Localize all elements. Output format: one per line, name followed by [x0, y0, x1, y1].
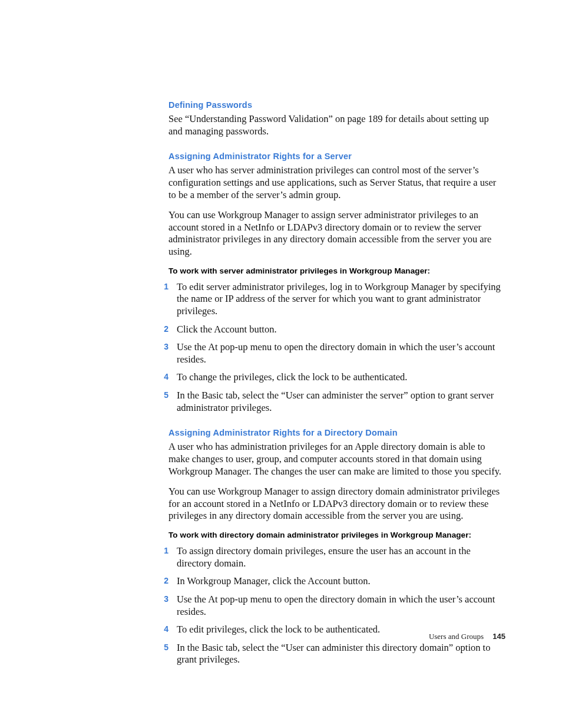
body-paragraph: See “Understanding Password Validation” … — [168, 113, 504, 137]
footer-page-number: 145 — [492, 632, 505, 641]
step-number: 5 — [148, 390, 177, 400]
step-number: 3 — [148, 594, 177, 604]
step-text: Click the Account button. — [177, 324, 277, 336]
section-heading: Assigning Administrator Rights for a Ser… — [168, 151, 504, 161]
step-item: 5 In the Basic tab, select the “User can… — [168, 642, 504, 666]
body-paragraph: A user who has server administration pri… — [168, 164, 504, 201]
procedure-heading: To work with directory domain administra… — [168, 531, 504, 539]
step-number: 3 — [148, 341, 177, 352]
body-paragraph: A user who has administration privileges… — [168, 441, 504, 477]
step-number: 4 — [148, 371, 177, 382]
step-text: In Workgroup Manager, click the Account … — [177, 575, 371, 588]
procedure-heading: To work with server administrator privil… — [168, 266, 504, 275]
step-number: 5 — [148, 642, 177, 653]
step-item: 3 Use the At pop-up menu to open the dir… — [168, 341, 504, 365]
step-item: 1 To assign directory domain privileges,… — [168, 545, 504, 569]
step-number: 2 — [148, 324, 177, 334]
step-text: To assign directory domain privileges, e… — [177, 545, 504, 569]
step-item: 4 To change the privileges, click the lo… — [168, 371, 504, 384]
section-heading: Assigning Administrator Rights for a Dir… — [168, 428, 504, 437]
step-number: 4 — [148, 624, 177, 634]
step-text: In the Basic tab, select the “User can a… — [177, 390, 504, 414]
body-paragraph: You can use Workgroup Manager to assign … — [168, 486, 504, 522]
step-text: In the Basic tab, select the “User can a… — [177, 642, 504, 666]
section-heading: Defining Passwords — [168, 100, 504, 110]
step-item: 3 Use the At pop-up menu to open the dir… — [168, 594, 504, 618]
step-number: 2 — [148, 575, 177, 586]
step-item: 5 In the Basic tab, select the “User can… — [168, 390, 504, 414]
step-text: Use the At pop-up menu to open the direc… — [177, 341, 504, 365]
step-number: 1 — [148, 545, 177, 556]
section-defining-passwords: Defining Passwords See “Understanding Pa… — [168, 100, 504, 137]
section-admin-rights-directory: Assigning Administrator Rights for a Dir… — [168, 428, 504, 666]
footer-chapter: Users and Groups — [429, 632, 484, 641]
step-text: To edit privileges, click the lock to be… — [177, 624, 380, 636]
page-footer: Users and Groups 145 — [429, 632, 505, 641]
step-text: To change the privileges, click the lock… — [177, 371, 408, 384]
step-item: 2 Click the Account button. — [168, 324, 504, 336]
step-number: 1 — [148, 281, 177, 292]
body-paragraph: You can use Workgroup Manager to assign … — [168, 209, 504, 258]
step-text: To edit server administrator privileges,… — [177, 281, 504, 318]
step-item: 2 In Workgroup Manager, click the Accoun… — [168, 575, 504, 588]
step-item: 1 To edit server administrator privilege… — [168, 281, 504, 318]
step-text: Use the At pop-up menu to open the direc… — [177, 594, 504, 618]
page-content: Defining Passwords See “Understanding Pa… — [168, 100, 504, 680]
section-admin-rights-server: Assigning Administrator Rights for a Ser… — [168, 151, 504, 414]
